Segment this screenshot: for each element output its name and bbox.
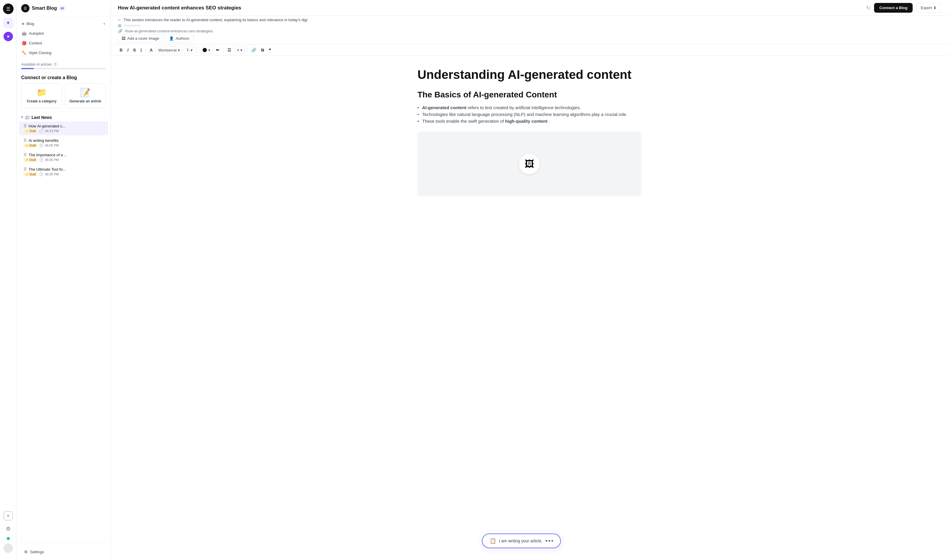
bullet-list: AI-generated content refers to text crea… [417, 104, 641, 125]
article-h2[interactable]: The Basics of AI-generated Content [417, 90, 641, 100]
toolbar-sep-4 [247, 47, 247, 53]
last-news-icon: 📰 [25, 115, 30, 120]
sidebar-context-label: Context [29, 41, 42, 45]
editor-content: Understanding AI-generated content The B… [417, 68, 641, 196]
align-select[interactable]: ≡ ▾ [234, 46, 245, 54]
font-chevron-icon: ▾ [178, 48, 180, 52]
highlight-button[interactable]: ✏ [214, 46, 221, 54]
bullet-item-1[interactable]: AI-generated content refers to text crea… [417, 104, 641, 111]
nav-icon-ai[interactable]: ✦ [3, 32, 13, 41]
nav-icon-blog[interactable]: ✦ [3, 18, 14, 28]
settings-icon[interactable]: ⚙ [3, 524, 13, 534]
help-icon[interactable]: ? [53, 62, 58, 67]
list-bullet-button[interactable]: ☰ [225, 46, 233, 54]
meta-description: This section introduces the reader to AI… [124, 18, 307, 22]
sidebar-item-style-cloning[interactable]: ✏️ Style Cloning [19, 48, 108, 57]
dot-3 [551, 540, 553, 542]
article-item-3[interactable]: ☰ The Importance of a ... ⚡ Draft 🕐 06:0… [19, 150, 108, 164]
image-icon-wrap: 🖼 [519, 154, 540, 174]
italic-button[interactable]: I [125, 46, 130, 54]
font-size-button[interactable]: A [148, 46, 154, 54]
app-logo[interactable]: ☰ [3, 3, 14, 14]
authors-button[interactable]: 👤 Authors: [165, 34, 193, 42]
draft-badge-1: ⚡ Draft [23, 129, 37, 133]
doc-icon-4: ☰ [23, 167, 27, 171]
create-category-card[interactable]: 📁 Create a category [21, 83, 62, 108]
last-news-section-header[interactable]: ▾ 📰 Last News [17, 112, 110, 122]
sidebar-app-name: Smart Blog [32, 6, 57, 11]
export-button[interactable]: Export ⬇ [916, 3, 941, 13]
article-meta-2: ⚡ Draft 🕐 06:05 PM [23, 144, 103, 148]
generate-article-label: Generate an article [69, 99, 101, 104]
sidebar-item-blog[interactable]: Blog ▾ [19, 19, 108, 28]
sidebar-item-autopilot[interactable]: 🤖 Autopilot [19, 29, 108, 38]
doc-icon-3: ☰ [23, 153, 27, 157]
article-page-title: How AI-generated content enhances SEO st… [118, 5, 863, 11]
draft-badge-4: ⚡ Draft [23, 172, 37, 176]
color-select[interactable]: ▾ [200, 46, 213, 54]
bullet-item-3[interactable]: These tools enable the swift generation … [417, 118, 641, 125]
bold-button[interactable]: B [118, 46, 124, 54]
meta-keywords[interactable]: Keywords [124, 23, 141, 28]
writing-status-bar: 📋 I am writing your article. [482, 534, 561, 548]
draft-badge-2: ⚡ Draft [23, 144, 37, 148]
article-title-1: ☰ How AI-generated c... [23, 124, 103, 128]
article-title-4: ☰ The Ultimate Tool fo... [23, 167, 103, 172]
user-avatar[interactable] [3, 543, 13, 553]
article-item-4[interactable]: ☰ The Ultimate Tool fo... ⚡ Draft 🕐 06:0… [19, 165, 108, 178]
align-icon: ≡ [237, 48, 239, 52]
clock-icon-3: 🕐 [39, 158, 43, 162]
meta-slug[interactable]: /how-ai-generated-content-enhances-seo-s… [125, 29, 213, 33]
writing-status-icon: 📋 [489, 538, 496, 544]
generate-article-card[interactable]: 📝 Generate an article [65, 83, 106, 108]
font-name: Montserrat [158, 48, 176, 52]
color-chevron-icon: ▾ [208, 48, 210, 52]
style-cloning-icon: ✏️ [22, 51, 26, 55]
article-meta-3: ⚡ Draft 🕐 06:05 PM [23, 158, 103, 162]
article-item-1[interactable]: ☰ How AI-generated c... ⚡ Draft 🕐 06:23 … [19, 122, 108, 135]
ai-badge: AI [59, 6, 65, 10]
text-style-select[interactable]: Tᵣ ▾ [184, 46, 196, 54]
last-news-label: Last News [31, 115, 52, 120]
quote-button[interactable]: ❝ [267, 46, 273, 54]
export-download-icon: ⬇ [933, 6, 937, 10]
cover-btn-label: Add a cover image [127, 36, 159, 41]
main-content: How AI-generated content enhances SEO st… [111, 0, 948, 560]
add-button[interactable]: + [3, 511, 13, 521]
create-category-icon: 📁 [37, 88, 47, 97]
connect-title: Connect or create a Blog [21, 75, 106, 80]
article-title-2: ☰ Ai writing benefits [23, 138, 103, 143]
sidebar-item-context[interactable]: 🎒 Context [19, 38, 108, 48]
settings-label: Settings [30, 550, 44, 554]
align-chevron-icon: ▾ [240, 48, 242, 52]
link-button[interactable]: 🔗 [250, 46, 258, 54]
bullet-item-2[interactable]: Technologies like natural language proce… [417, 111, 641, 118]
connect-blog-button[interactable]: Connect a Blog [874, 3, 912, 13]
article-list: ☰ How AI-generated c... ⚡ Draft 🕐 06:23 … [17, 122, 110, 179]
pencil-icon: ✏ [118, 18, 121, 22]
image-placeholder-icon: 🖼 [525, 158, 534, 169]
embed-button[interactable]: ⧉ [259, 46, 266, 54]
draft-lightning-icon-2: ⚡ [25, 144, 29, 147]
strikethrough-button[interactable]: S [131, 46, 137, 54]
loading-indicator: ↻ [866, 5, 871, 11]
connect-section: Connect or create a Blog 📁 Create a cate… [17, 71, 110, 112]
underline-button[interactable]: I [139, 46, 144, 54]
bullet-bold-3: high-quality content [505, 118, 547, 124]
settings-nav-item[interactable]: ⚙ Settings [21, 547, 106, 557]
draft-lightning-icon: ⚡ [25, 129, 29, 133]
article-meta-1: ⚡ Draft 🕐 06:23 PM [23, 129, 103, 133]
article-item-2[interactable]: ☰ Ai writing benefits ⚡ Draft 🕐 06:05 PM [19, 136, 108, 150]
article-h1[interactable]: Understanding AI-generated content [417, 68, 641, 82]
editor-area[interactable]: Understanding AI-generated content The B… [111, 56, 948, 560]
bullet-text-2: Technologies like natural language proce… [422, 112, 627, 117]
font-family-select[interactable]: Montserrat ▾ [156, 46, 182, 54]
autopilot-icon: 🤖 [22, 31, 26, 35]
meta-actions-row: 🖼 Add a cover image 👤 Authors: [118, 34, 941, 42]
sidebar-footer: ⚙ Settings [17, 543, 110, 560]
add-cover-image-button[interactable]: 🖼 Add a cover image [118, 34, 163, 42]
context-icon: 🎒 [22, 41, 26, 45]
article-title-3: ☰ The Importance of a ... [23, 153, 103, 157]
sidebar-header: ☰ Smart Blog AI [17, 0, 110, 17]
progress-bar-bg [21, 68, 106, 69]
